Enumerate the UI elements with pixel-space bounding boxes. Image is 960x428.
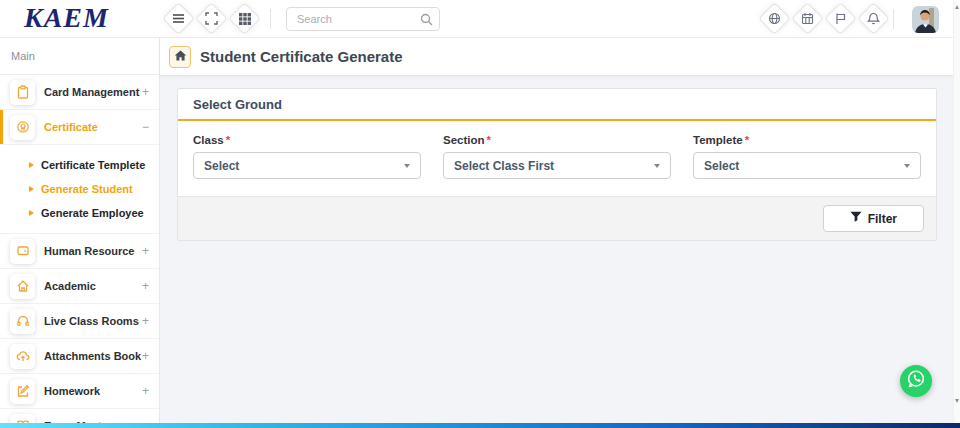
notifications-button[interactable]: [857, 2, 890, 35]
home-button[interactable]: [169, 46, 191, 68]
templete-select-value: Select: [704, 159, 904, 173]
sidebar-item-label: Homework: [44, 385, 142, 397]
user-avatar[interactable]: [912, 6, 939, 33]
sidebar-item-certificate[interactable]: Certificate −: [0, 110, 159, 145]
chat-icon: [10, 239, 35, 264]
templete-field: Templete* Select: [693, 134, 921, 179]
chevron-down-icon: [404, 164, 410, 168]
filter-button[interactable]: Filter: [823, 205, 924, 232]
sidebar-subitem-generate-student[interactable]: Generate Student: [0, 177, 159, 201]
main-content: Select Ground Class* Select Section*: [160, 76, 953, 428]
bottom-gradient-bar: [0, 423, 960, 428]
panel-footer: Filter: [178, 196, 936, 240]
select-ground-panel: Select Ground Class* Select Section*: [177, 88, 937, 241]
whatsapp-icon: [905, 368, 927, 394]
triangle-bullet-icon: [29, 162, 34, 168]
sidebar-item-attachments-book[interactable]: Attachments Book +: [0, 339, 159, 374]
expand-toggle[interactable]: +: [142, 384, 149, 398]
brand-logo[interactable]: KAEM: [24, 2, 109, 34]
class-select[interactable]: Select: [193, 152, 421, 179]
sidebar-item-label: Certificate: [44, 121, 142, 133]
search-icon[interactable]: [420, 12, 433, 30]
chevron-down-icon: [904, 164, 910, 168]
panel-title: Select Ground: [178, 89, 936, 121]
sidebar-item-card-management[interactable]: Card Management +: [0, 75, 159, 110]
scroll-up-arrow-icon[interactable]: [955, 5, 959, 9]
search-input[interactable]: [286, 7, 440, 31]
required-asterisk: *: [745, 134, 749, 146]
class-field: Class* Select: [193, 134, 421, 179]
fullscreen-icon: [201, 8, 222, 29]
sidebar-item-label: Card Management: [44, 86, 142, 98]
home-outline-icon: [10, 274, 35, 299]
sidebar-item-label: Attachments Book: [44, 350, 142, 362]
sidebar-item-human-resource[interactable]: Human Resource +: [0, 234, 159, 269]
sidebar-item-label: Live Class Rooms: [44, 315, 142, 327]
hamburger-menu-icon: [168, 8, 189, 29]
fullscreen-button[interactable]: [195, 2, 228, 35]
expand-toggle[interactable]: +: [142, 244, 149, 258]
page-header-bar: Student Certificate Generate: [160, 38, 953, 76]
certificate-submenu: Certificate Templete Generate Student Ge…: [0, 145, 159, 234]
sidebar-subitem-certificate-templete[interactable]: Certificate Templete: [0, 153, 159, 177]
top-bar: KAEM: [0, 0, 953, 38]
section-select-value: Select Class First: [454, 159, 654, 173]
collapse-toggle[interactable]: −: [142, 120, 149, 134]
sidebar-item-label: Academic: [44, 280, 142, 292]
calendar-icon: [797, 8, 818, 29]
class-label: Class*: [193, 134, 421, 146]
apps-grid-button[interactable]: [228, 2, 261, 35]
sidebar-item-homework[interactable]: Homework +: [0, 374, 159, 409]
sidebar: Main Card Management + Certificate − Cer…: [0, 38, 160, 428]
report-flag-button[interactable]: [824, 2, 857, 35]
sidebar-item-live-class-rooms[interactable]: Live Class Rooms +: [0, 304, 159, 339]
filter-form: Class* Select Section* Select Class Firs…: [178, 121, 936, 196]
expand-toggle[interactable]: +: [142, 85, 149, 99]
vertical-scrollbar[interactable]: [953, 0, 960, 428]
cloud-upload-icon: [10, 344, 35, 369]
clipboard-icon: [10, 80, 35, 105]
page-title: Student Certificate Generate: [200, 48, 403, 65]
home-icon: [174, 48, 187, 66]
section-label: Section*: [443, 134, 671, 146]
required-asterisk: *: [487, 134, 491, 146]
grid-icon: [234, 8, 255, 29]
app-window: KAEM: [0, 0, 960, 428]
expand-toggle[interactable]: +: [142, 314, 149, 328]
calendar-button[interactable]: [791, 2, 824, 35]
templete-label: Templete*: [693, 134, 921, 146]
triangle-bullet-icon: [29, 210, 34, 216]
topbar-divider: [270, 9, 271, 29]
filter-funnel-icon: [850, 211, 862, 226]
templete-select[interactable]: Select: [693, 152, 921, 179]
sidebar-item-academic[interactable]: Academic +: [0, 269, 159, 304]
sidebar-toggle-button[interactable]: [162, 2, 195, 35]
expand-toggle[interactable]: +: [142, 279, 149, 293]
language-button[interactable]: [758, 2, 791, 35]
sidebar-item-label: Human Resource: [44, 245, 142, 257]
search-box: [286, 7, 440, 31]
globe-icon: [764, 8, 785, 29]
triangle-bullet-icon: [29, 186, 34, 192]
certificate-seal-icon: [10, 115, 35, 140]
edit-pencil-icon: [10, 379, 35, 404]
topbar-divider: [893, 9, 894, 29]
whatsapp-button[interactable]: [900, 365, 932, 397]
sidebar-subitem-generate-employee[interactable]: Generate Employee: [0, 201, 159, 225]
sidebar-section-label: Main: [0, 38, 159, 75]
expand-toggle[interactable]: +: [142, 349, 149, 363]
chevron-down-icon: [654, 164, 660, 168]
class-select-value: Select: [204, 159, 404, 173]
section-select[interactable]: Select Class First: [443, 152, 671, 179]
scroll-down-arrow-icon[interactable]: [955, 399, 959, 403]
section-field: Section* Select Class First: [443, 134, 671, 179]
required-asterisk: *: [226, 134, 230, 146]
bell-icon: [863, 8, 884, 29]
flag-icon: [830, 8, 851, 29]
headset-icon: [10, 309, 35, 334]
